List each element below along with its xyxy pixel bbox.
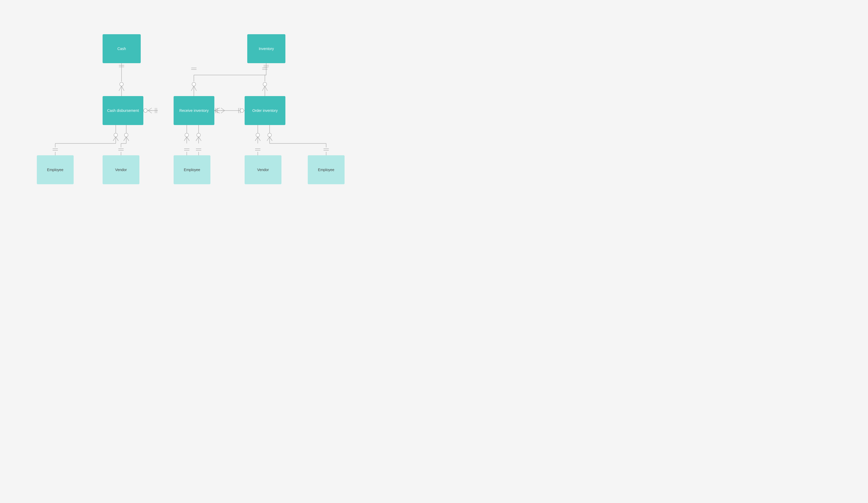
svg-line-39 [214,108,220,111]
svg-line-47 [221,111,225,113]
inventory-label: Inventory [259,47,274,51]
svg-line-16 [191,86,194,91]
svg-point-89 [256,133,260,137]
svg-line-27 [265,86,268,91]
svg-line-18 [194,86,196,91]
svg-line-6 [122,86,124,91]
svg-line-41 [214,111,220,113]
svg-line-92 [258,137,260,141]
svg-point-71 [185,133,189,137]
receive-inventory-node: Receive inventory [174,96,214,125]
svg-line-25 [262,86,265,91]
svg-line-72 [184,137,187,141]
svg-point-30 [144,109,147,112]
cash-disbursement-node: Cash disbursement [103,96,143,125]
vendor2-node: Vendor [245,155,281,184]
receive-inventory-label: Receive inventory [179,109,209,113]
svg-line-99 [267,137,270,141]
cash-label: Cash [117,47,126,51]
employee2-node: Employee [174,155,210,184]
svg-line-61 [124,137,126,141]
svg-point-49 [114,133,117,137]
svg-point-24 [263,82,267,86]
employee2-label: Employee [184,168,200,172]
vendor1-label: Vendor [115,168,127,172]
employee1-node: Employee [37,155,74,184]
svg-line-101 [270,137,272,141]
svg-line-52 [116,137,118,141]
svg-point-98 [268,133,271,137]
inventory-node: Inventory [247,34,286,63]
order-inventory-node: Order inventory [245,96,286,125]
svg-line-74 [187,137,189,141]
vendor2-label: Vendor [257,168,269,172]
employee3-node: Employee [308,155,344,184]
svg-line-83 [199,137,201,141]
order-inventory-label: Order inventory [252,109,278,113]
svg-line-81 [196,137,199,141]
svg-point-80 [197,133,200,137]
vendor1-node: Vendor [103,155,140,184]
svg-line-90 [255,137,258,141]
svg-point-42 [240,109,244,112]
svg-line-35 [148,111,152,113]
svg-point-3 [120,82,123,86]
svg-line-63 [126,137,129,141]
svg-point-60 [124,133,128,137]
svg-line-4 [119,86,122,91]
svg-line-50 [113,137,116,141]
diagram-container: Cash Inventory Cash disbursement Receive… [0,0,383,222]
svg-line-33 [148,108,152,111]
employee1-label: Employee [47,168,63,172]
svg-line-45 [221,108,225,111]
cash-disbursement-label: Cash disbursement [107,109,139,113]
employee3-label: Employee [318,168,334,172]
svg-point-15 [192,82,196,86]
cash-node: Cash [103,34,141,63]
